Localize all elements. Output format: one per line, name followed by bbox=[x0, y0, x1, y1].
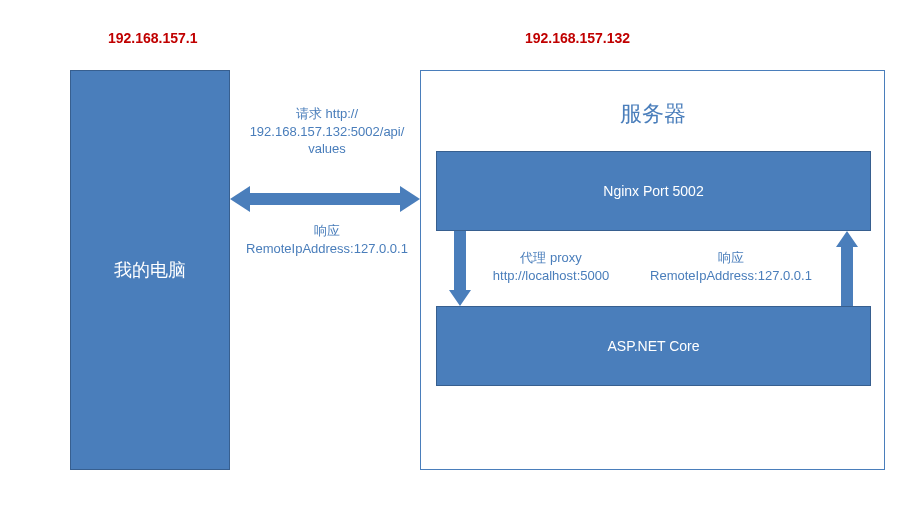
request-label: 请求 http:// 192.168.157.132:5002/api/ val… bbox=[232, 105, 422, 158]
arrow-head-right-icon bbox=[400, 186, 420, 212]
arrow-shaft bbox=[248, 193, 402, 205]
inner-response-label: 响应 RemoteIpAddress:127.0.0.1 bbox=[631, 249, 831, 284]
proxy-line2: http://localhost:5000 bbox=[493, 268, 609, 283]
client-box: 我的电脑 bbox=[70, 70, 230, 470]
request-line1: 请求 http:// bbox=[296, 106, 358, 121]
arrow-head-left-icon bbox=[230, 186, 250, 212]
asp-label: ASP.NET Core bbox=[607, 338, 699, 354]
proxy-label: 代理 proxy http://localhost:5000 bbox=[476, 249, 626, 284]
response-line2: RemoteIpAddress:127.0.0.1 bbox=[246, 241, 408, 256]
inner-response-arrow-up bbox=[836, 231, 858, 306]
arrow-head-up-icon bbox=[836, 231, 858, 247]
arrow-shaft bbox=[454, 231, 466, 291]
proxy-line1: 代理 proxy bbox=[520, 250, 581, 265]
server-container: 服务器 Nginx Port 5002 ASP.NET Core 代理 prox… bbox=[420, 70, 885, 470]
response-line1: 响应 bbox=[314, 223, 340, 238]
server-ip-label: 192.168.157.132 bbox=[525, 30, 630, 46]
arrow-shaft bbox=[841, 246, 853, 306]
response-label: 响应 RemoteIpAddress:127.0.0.1 bbox=[232, 222, 422, 257]
request-response-arrow bbox=[230, 186, 420, 212]
arrow-head-down-icon bbox=[449, 290, 471, 306]
nginx-label: Nginx Port 5002 bbox=[603, 183, 703, 199]
inner-response-line1: 响应 bbox=[718, 250, 744, 265]
proxy-arrow-down bbox=[449, 231, 471, 306]
client-ip-label: 192.168.157.1 bbox=[108, 30, 198, 46]
client-label: 我的电脑 bbox=[114, 258, 186, 282]
asp-box: ASP.NET Core bbox=[436, 306, 871, 386]
request-line2: 192.168.157.132:5002/api/ bbox=[250, 124, 405, 139]
server-title: 服务器 bbox=[421, 99, 884, 129]
inner-response-line2: RemoteIpAddress:127.0.0.1 bbox=[650, 268, 812, 283]
nginx-box: Nginx Port 5002 bbox=[436, 151, 871, 231]
request-line3: values bbox=[308, 141, 346, 156]
